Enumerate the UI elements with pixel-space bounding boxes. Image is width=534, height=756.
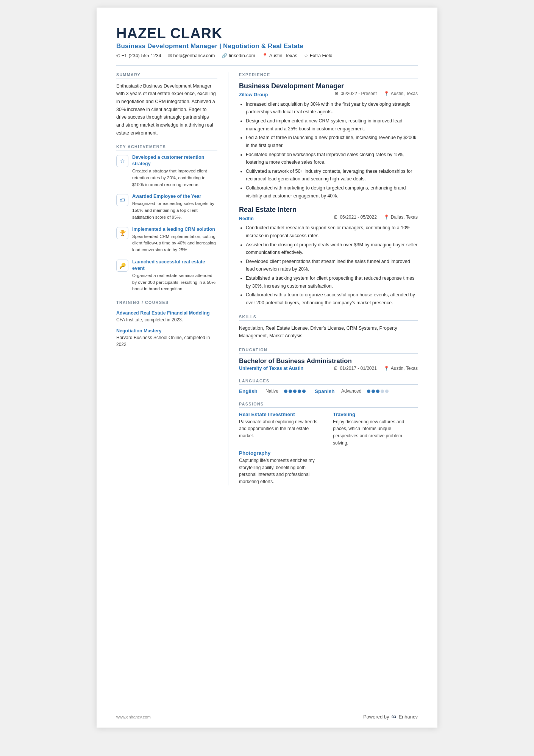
languages-list: English Native Spanish Advanced <box>239 388 418 394</box>
footer-website: www.enhancv.com <box>116 715 151 719</box>
linkedin-icon: 🔗 <box>222 53 227 58</box>
language-name: Spanish <box>315 388 337 394</box>
passion-desc: Capturing life's moments enriches my sto… <box>239 457 324 485</box>
passion-desc: Enjoy discovering new cultures and place… <box>333 418 418 446</box>
language-dot <box>381 390 384 393</box>
language-item: Spanish Advanced <box>315 388 389 394</box>
bullet-item: Collaborated with a team to organize suc… <box>246 291 418 307</box>
language-dots <box>284 390 306 393</box>
edu-location: 📍 Austin, Texas <box>384 366 418 371</box>
bullet-item: Led a team of three in launching a new p… <box>246 134 418 149</box>
achievement-text: Developed a customer retention strategy … <box>132 154 217 188</box>
language-dot <box>302 390 306 393</box>
bullet-item: Collaborated with marketing to design ta… <box>246 184 418 200</box>
passions-list: Real Estate Investment Passionate about … <box>239 412 418 485</box>
language-level: Advanced <box>341 388 361 394</box>
email-contact: ✉ help@enhancv.com <box>168 53 215 58</box>
language-dot <box>372 390 375 393</box>
achievement-title: Developed a customer retention strategy <box>132 154 217 167</box>
language-dot <box>298 390 301 393</box>
summary-text: Enthusiastic Business Development Manage… <box>116 82 217 137</box>
language-dot <box>385 390 389 393</box>
achievement-text: Launched successful real estate event Or… <box>132 259 217 293</box>
language-dot <box>367 390 370 393</box>
language-dots <box>367 390 389 393</box>
job-company: Zillow Group <box>239 92 268 97</box>
bullet-item: Facilitated negotiation workshops that i… <box>246 151 418 166</box>
contact-bar: ✆ +1-(234)-555-1234 ✉ help@enhancv.com 🔗… <box>116 53 418 58</box>
pin-icon: 📍 <box>384 91 389 96</box>
training-item: Negotiation Mastery Harvard Business Sch… <box>116 328 217 348</box>
location-icon: 📍 <box>262 53 268 58</box>
content-columns: SUMMARY Enthusiastic Business Developmen… <box>116 72 418 485</box>
education-label: EDUCATION <box>239 347 418 354</box>
job-meta: 🗓 06/2022 - Present 📍 Austin, Texas <box>334 91 418 96</box>
cal-icon: 🗓 <box>334 91 339 96</box>
achievement-icon: 🔑 <box>116 260 128 272</box>
pin-icon: 📍 <box>384 214 389 220</box>
training-desc: CFA Institute, completed in 2023. <box>116 316 217 323</box>
achievements-list: ☆ Developed a customer retention strateg… <box>116 154 217 293</box>
edu-location-icon: 📍 <box>384 366 389 371</box>
skills-text: Negotiation, Real Estate License, Driver… <box>239 324 418 340</box>
passion-title: Real Estate Investment <box>239 412 324 417</box>
job-dates: 🗓 06/2022 - Present <box>334 91 376 96</box>
job-location: 📍 Dallas, Texas <box>384 214 418 220</box>
bullet-item: Cultivated a network of 50+ industry con… <box>246 167 418 183</box>
language-dot <box>376 390 379 393</box>
job-location: 📍 Austin, Texas <box>384 91 418 96</box>
header: HAZEL CLARK Business Development Manager… <box>116 26 418 58</box>
summary-label: SUMMARY <box>116 72 217 78</box>
achievement-item: 🔑 Launched successful real estate event … <box>116 259 217 293</box>
edu-dates-icon: 🗓 01/2017 - 01/2021 <box>334 366 376 371</box>
footer-brand: Powered by ∞ Enhancv <box>363 713 418 721</box>
passion-item: Real Estate Investment Passionate about … <box>239 412 324 446</box>
language-level: Native <box>265 388 278 394</box>
bullet-item: Designed and implemented a new CRM syste… <box>246 117 418 133</box>
achievement-desc: Spearheaded CRM implementation, cutting … <box>132 233 217 254</box>
passion-desc: Passionate about exploring new trends an… <box>239 418 324 440</box>
language-dot <box>289 390 292 393</box>
calendar-icon: 🗓 <box>334 366 338 371</box>
training-title: Advanced Real Estate Financial Modeling <box>116 310 217 316</box>
candidate-title: Business Development Manager | Negotiati… <box>116 42 418 50</box>
job-bullets: Increased client acquisition by 30% with… <box>239 100 418 200</box>
job-company: Redfin <box>239 216 254 221</box>
extra-field-contact: ☆ Extra Field <box>304 53 333 58</box>
experience-list: Business Development Manager Zillow Grou… <box>239 82 418 307</box>
job-bullets: Conducted market research to support sen… <box>239 224 418 307</box>
skills-label: SKILLS <box>239 315 418 321</box>
passion-title: Traveling <box>333 412 418 417</box>
passion-item: Traveling Enjoy discovering new cultures… <box>333 412 418 446</box>
cal-icon: 🗓 <box>334 214 338 220</box>
right-column: EXPERIENCE Business Development Manager … <box>228 72 418 485</box>
bullet-item: Developed client presentations that stre… <box>246 258 418 273</box>
header-divider <box>116 65 418 66</box>
bullet-item: Established a tracking system for client… <box>246 274 418 290</box>
job-entry: Business Development Manager Zillow Grou… <box>239 82 418 200</box>
training-title: Negotiation Mastery <box>116 328 217 334</box>
candidate-name: HAZEL CLARK <box>116 26 418 42</box>
page-footer: www.enhancv.com Powered by ∞ Enhancv <box>116 713 418 721</box>
achievement-title: Launched successful real estate event <box>132 259 217 272</box>
achievement-icon: ☆ <box>116 155 128 167</box>
bullet-item: Conducted market research to support sen… <box>246 224 418 239</box>
bullet-item: Increased client acquisition by 30% with… <box>246 100 418 116</box>
achievement-text: Implemented a leading CRM solution Spear… <box>132 226 217 254</box>
achievement-title: Implemented a leading CRM solution <box>132 226 217 233</box>
star-icon: ☆ <box>304 53 308 58</box>
achievements-label: KEY ACHIEVEMENTS <box>116 144 217 150</box>
language-dot <box>284 390 287 393</box>
achievement-desc: Recognized for exceeding sales targets b… <box>132 200 217 221</box>
achievement-item: 🏷 Awarded Employee of the Year Recognize… <box>116 193 217 221</box>
education-block: Bachelor of Business Administration Univ… <box>239 357 418 371</box>
language-item: English Native <box>239 388 306 394</box>
job-dates: 🗓 06/2021 - 05/2022 <box>334 214 376 220</box>
passion-title: Photography <box>239 450 324 456</box>
job-meta: 🗓 06/2021 - 05/2022 📍 Dallas, Texas <box>334 214 418 220</box>
achievement-item: ☆ Developed a customer retention strateg… <box>116 154 217 188</box>
achievement-text: Awarded Employee of the Year Recognized … <box>132 193 217 221</box>
language-name: English <box>239 388 262 394</box>
language-dot <box>293 390 297 393</box>
linkedin-contact: 🔗 linkedin.com <box>222 53 255 58</box>
